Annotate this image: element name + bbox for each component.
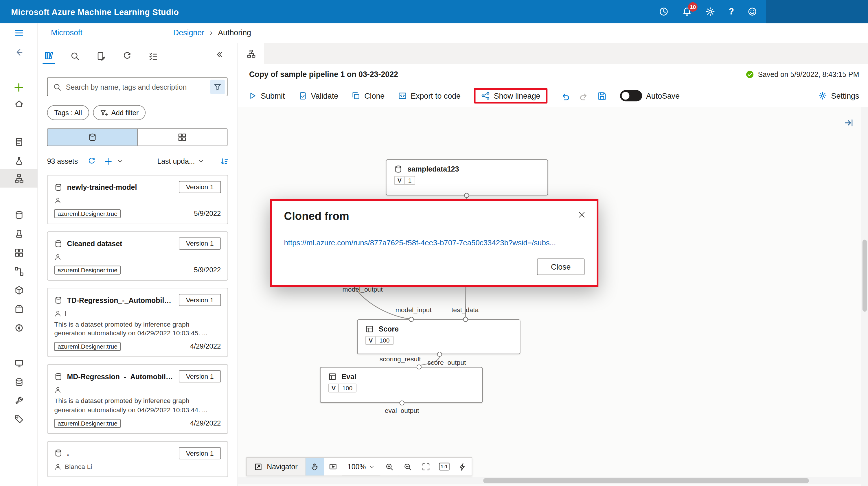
add-asset-button[interactable]: [104, 155, 113, 167]
asset-card[interactable]: TD-Regression_-_Automobile_... Version 1…: [47, 288, 228, 357]
pan-tool-button[interactable]: [305, 458, 323, 475]
asset-card[interactable]: MD-Regression_-_Automobile... Version 1 …: [47, 364, 228, 434]
dialog-close-x-button[interactable]: [578, 211, 586, 219]
environments-cube-icon: [14, 285, 24, 295]
clock-icon: [659, 7, 669, 17]
nav-endpoints[interactable]: [0, 318, 38, 337]
port-score-model-input[interactable]: [409, 317, 414, 322]
dialog-close-button[interactable]: Close: [537, 258, 585, 275]
help-button[interactable]: ?: [728, 7, 734, 17]
port-eval-input[interactable]: [416, 364, 422, 369]
back-button[interactable]: [0, 42, 38, 61]
notifications-button[interactable]: 10: [682, 7, 692, 17]
asset-card[interactable]: . Version 1 Blanca Li: [47, 441, 228, 477]
feedback-button[interactable]: [747, 7, 757, 17]
horizontal-scrollbar[interactable]: [238, 477, 861, 484]
breadcrumb-designer[interactable]: Designer: [173, 28, 204, 37]
sort-order-button[interactable]: [220, 155, 228, 167]
nav-models[interactable]: [0, 299, 38, 318]
nav-home[interactable]: [0, 94, 38, 113]
tags-filter-pill[interactable]: Tags : All: [47, 105, 89, 120]
toggle-switch[interactable]: [620, 90, 642, 101]
save-button[interactable]: [597, 91, 607, 101]
export-to-code-button[interactable]: Export to code: [398, 91, 461, 100]
node-sampledata[interactable]: sampledata123 V1: [386, 159, 548, 195]
port-score-test-data[interactable]: [463, 317, 468, 322]
horizontal-scrollbar-thumb[interactable]: [483, 478, 809, 483]
collapse-panel-button[interactable]: [215, 50, 224, 59]
actual-size-button[interactable]: 1:1: [435, 458, 454, 475]
version-button[interactable]: Version 1: [179, 447, 221, 459]
vertical-scrollbar[interactable]: [861, 107, 868, 486]
vertical-scrollbar-thumb[interactable]: [863, 239, 867, 312]
validate-label: Validate: [311, 91, 338, 100]
search-input[interactable]: [66, 83, 206, 91]
nav-jobs[interactable]: [0, 224, 38, 243]
data-assets-toggle[interactable]: [48, 129, 137, 145]
component-assets-toggle[interactable]: [137, 129, 227, 145]
version-button[interactable]: Version 1: [179, 370, 221, 383]
redo-button[interactable]: [579, 91, 589, 101]
nav-data-labeling[interactable]: [0, 410, 38, 428]
cloned-from-link[interactable]: https://ml.azure.com/runs/877a7625-f58f-…: [284, 239, 587, 247]
settings-label: Settings: [831, 91, 859, 100]
asset-card[interactable]: newly-trained-model Version 1 azureml.De…: [47, 175, 228, 224]
clone-label: Clone: [364, 91, 384, 100]
add-asset-dropdown[interactable]: [117, 155, 124, 167]
refresh-assets-button[interactable]: [121, 48, 133, 64]
nav-notebooks[interactable]: [0, 132, 38, 151]
funnel-icon: [214, 83, 222, 91]
menu-button[interactable]: [0, 23, 38, 42]
port-score-output[interactable]: [437, 352, 442, 357]
add-filter-label: Add filter: [112, 109, 138, 117]
search-tab[interactable]: [69, 48, 81, 64]
zoom-level-dropdown[interactable]: 100%: [342, 458, 380, 475]
navigator-button[interactable]: Navigator: [247, 458, 305, 475]
workspace-link[interactable]: Microsoft: [51, 28, 83, 37]
nav-environments[interactable]: [0, 281, 38, 299]
show-lineage-button[interactable]: Show lineage: [481, 91, 540, 100]
nav-automated-ml[interactable]: [0, 151, 38, 170]
version-button[interactable]: Version 1: [179, 237, 221, 250]
asset-card[interactable]: Cleaned dataset Version 1 azureml.Design…: [47, 231, 228, 281]
version-button[interactable]: Version 1: [179, 181, 221, 193]
settings-gear-button[interactable]: [705, 7, 715, 17]
version-button[interactable]: Version 1: [179, 294, 221, 306]
filter-button[interactable]: [210, 80, 225, 94]
port-eval-output[interactable]: [399, 400, 404, 405]
nav-compute[interactable]: [0, 354, 38, 372]
validate-button[interactable]: Validate: [298, 91, 338, 100]
sort-field-dropdown[interactable]: Last upda...: [157, 155, 204, 167]
library-tab[interactable]: [42, 48, 55, 64]
refresh-count-button[interactable]: [87, 155, 96, 167]
select-tool-button[interactable]: [324, 458, 342, 475]
collapse-right-panel-button[interactable]: [844, 118, 854, 128]
nav-pipelines[interactable]: [0, 262, 38, 281]
jobs-beaker-icon: [14, 229, 24, 238]
nav-linked-services[interactable]: [0, 391, 38, 410]
drafts-tab[interactable]: [95, 48, 107, 64]
clone-button[interactable]: Clone: [351, 91, 384, 100]
nav-datastores[interactable]: [0, 372, 38, 391]
nav-components[interactable]: [0, 243, 38, 262]
port-sampledata-output[interactable]: [464, 193, 469, 198]
designer-canvas[interactable]: sampledata123 V1 Score V100 Eval V100 mo…: [238, 107, 868, 486]
settings-button[interactable]: Settings: [818, 91, 859, 100]
add-filter-pill[interactable]: Add filter: [93, 105, 146, 120]
pipeline-tab[interactable]: [238, 43, 264, 64]
search-icon: [53, 83, 62, 91]
list-view-tab[interactable]: [147, 48, 159, 64]
autosave-toggle[interactable]: AutoSave: [620, 90, 680, 101]
fit-to-screen-button[interactable]: [416, 458, 435, 475]
node-score[interactable]: Score V100: [357, 319, 520, 354]
node-eval[interactable]: Eval V100: [320, 367, 483, 403]
undo-button[interactable]: [561, 91, 570, 101]
zoom-in-button[interactable]: [380, 458, 398, 475]
zoom-out-button[interactable]: [398, 458, 416, 475]
submit-button[interactable]: Submit: [248, 91, 285, 100]
account-area[interactable]: [766, 0, 868, 23]
auto-layout-button[interactable]: [454, 458, 472, 475]
nav-designer[interactable]: [0, 169, 38, 188]
history-button[interactable]: [659, 7, 669, 17]
nav-data[interactable]: [0, 205, 38, 224]
